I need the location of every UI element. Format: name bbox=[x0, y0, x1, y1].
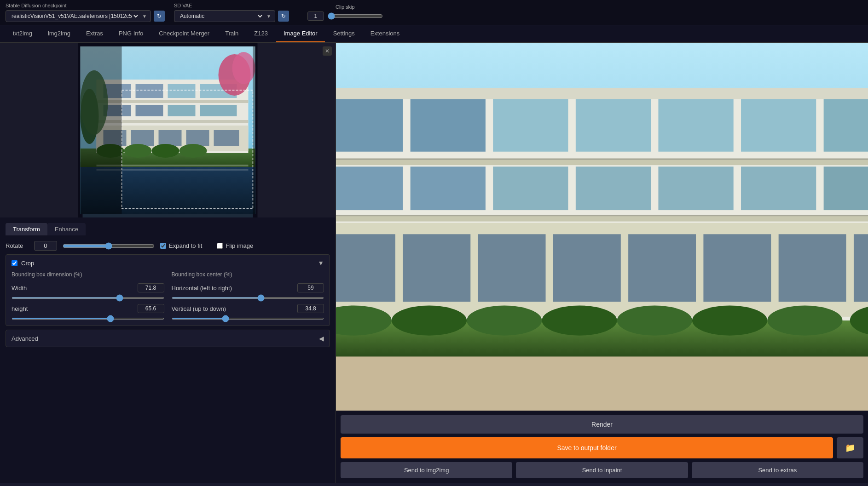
vae-select-wrapper[interactable]: Automatic ▼ bbox=[174, 10, 275, 22]
tab-txt2img[interactable]: txt2img bbox=[6, 25, 40, 42]
svg-rect-54 bbox=[824, 166, 868, 210]
height-label: height bbox=[12, 305, 28, 312]
svg-rect-14 bbox=[200, 105, 237, 116]
save-button[interactable]: Save to output folder bbox=[341, 437, 833, 458]
vertical-slider[interactable] bbox=[172, 318, 324, 320]
svg-point-29 bbox=[152, 144, 179, 158]
svg-rect-21 bbox=[186, 130, 209, 146]
height-slider[interactable] bbox=[12, 318, 164, 320]
crop-section: Crop ▼ Bounding box dimension (%) Width bbox=[6, 254, 330, 326]
tab-settings[interactable]: Settings bbox=[326, 25, 362, 42]
nav-tabs: txt2img img2img Extras PNG Info Checkpoi… bbox=[0, 25, 868, 43]
bounding-box-dimension-group: Bounding box dimension (%) Width bbox=[12, 271, 164, 321]
svg-rect-13 bbox=[168, 105, 196, 116]
svg-rect-20 bbox=[159, 130, 182, 146]
control-tabs: Transform Enhance bbox=[6, 223, 330, 235]
horizontal-slider[interactable] bbox=[172, 297, 324, 299]
tab-train[interactable]: Train bbox=[218, 25, 246, 42]
width-label: Width bbox=[12, 285, 27, 292]
svg-rect-43 bbox=[493, 99, 568, 151]
tab-z123[interactable]: Z123 bbox=[247, 25, 275, 42]
flip-image-checkbox[interactable] bbox=[217, 243, 223, 249]
close-icon: ✕ bbox=[325, 48, 330, 54]
svg-rect-59 bbox=[553, 234, 621, 302]
tab-extensions[interactable]: Extensions bbox=[363, 25, 407, 42]
svg-rect-38 bbox=[336, 88, 868, 99]
clip-skip-value[interactable] bbox=[307, 11, 324, 21]
action-buttons: Render Save to output folder 📁 Send to i… bbox=[336, 411, 868, 483]
checkpoint-refresh-btn[interactable]: ↻ bbox=[154, 11, 165, 22]
canvas-close-btn[interactable]: ✕ bbox=[323, 46, 332, 56]
svg-rect-52 bbox=[658, 166, 733, 210]
tab-img2img[interactable]: img2img bbox=[41, 25, 78, 42]
svg-rect-46 bbox=[741, 99, 816, 151]
crop-checkbox[interactable] bbox=[12, 260, 17, 266]
clip-skip-slider[interactable] bbox=[328, 12, 383, 20]
rotate-value[interactable] bbox=[34, 241, 57, 251]
crop-params: Bounding box dimension (%) Width bbox=[12, 271, 324, 321]
clip-skip-section: Clip skip bbox=[307, 4, 383, 21]
svg-rect-78 bbox=[336, 356, 868, 411]
vae-select[interactable]: Automatic bbox=[178, 12, 264, 20]
tab-transform[interactable]: Transform bbox=[6, 223, 47, 235]
horizontal-label: Horizontal (left to right) bbox=[172, 285, 232, 292]
advanced-section[interactable]: Advanced ◀ bbox=[6, 330, 330, 347]
output-image-canvas bbox=[336, 43, 868, 411]
flip-image-label[interactable]: Flip image bbox=[217, 242, 253, 249]
render-button[interactable]: Render bbox=[341, 415, 863, 434]
svg-rect-42 bbox=[411, 99, 486, 151]
rotate-slider[interactable] bbox=[63, 242, 155, 250]
svg-rect-40 bbox=[336, 216, 868, 222]
svg-point-24 bbox=[232, 52, 255, 84]
bounding-box-center-group: Bounding box center (%) Horizontal (left… bbox=[172, 271, 324, 321]
vertical-value[interactable] bbox=[297, 304, 324, 313]
svg-rect-53 bbox=[741, 166, 816, 210]
checkpoint-select-wrapper[interactable]: realisticVisionV51_v51VAE.safetensors [1… bbox=[6, 10, 151, 22]
send-img2img-button[interactable]: Send to img2img bbox=[341, 462, 512, 478]
tab-checkpointmerger[interactable]: Checkpoint Merger bbox=[151, 25, 217, 42]
svg-rect-50 bbox=[493, 166, 568, 210]
svg-point-76 bbox=[767, 305, 842, 335]
svg-rect-8 bbox=[136, 84, 163, 98]
clip-skip-label: Clip skip bbox=[336, 4, 355, 10]
horizontal-value[interactable] bbox=[297, 283, 324, 292]
svg-rect-57 bbox=[403, 234, 470, 302]
output-image-area: 🖼 Output image ⬇ bbox=[336, 43, 868, 411]
svg-rect-63 bbox=[854, 234, 868, 302]
svg-rect-56 bbox=[336, 234, 395, 302]
svg-rect-41 bbox=[336, 99, 403, 151]
tab-extras[interactable]: Extras bbox=[79, 25, 110, 42]
width-slider[interactable] bbox=[12, 297, 164, 299]
tab-imageeditor[interactable]: Image Editor bbox=[276, 25, 325, 42]
save-row: Save to output folder 📁 bbox=[341, 437, 863, 458]
expand-to-fit-label[interactable]: Expand to fit bbox=[160, 242, 202, 249]
height-value[interactable] bbox=[138, 304, 164, 313]
crop-chevron-icon[interactable]: ▼ bbox=[318, 259, 324, 267]
advanced-chevron-icon: ◀ bbox=[319, 335, 324, 342]
folder-button[interactable]: 📁 bbox=[837, 437, 863, 458]
tab-enhance[interactable]: Enhance bbox=[47, 223, 86, 235]
width-value[interactable] bbox=[138, 283, 164, 292]
rotate-label: Rotate bbox=[6, 242, 29, 249]
tab-pnginfo[interactable]: PNG Info bbox=[111, 25, 150, 42]
svg-point-28 bbox=[124, 144, 152, 158]
svg-rect-39 bbox=[336, 159, 868, 165]
vae-label: SD VAE bbox=[174, 3, 289, 8]
vertical-param: Vertical (up to down) bbox=[172, 304, 324, 321]
left-panel: ✕ Transform Enhance Rotate Expand to fit bbox=[0, 43, 336, 483]
svg-rect-60 bbox=[628, 234, 696, 302]
vae-refresh-btn[interactable]: ↻ bbox=[278, 11, 289, 22]
send-extras-button[interactable]: Send to extras bbox=[692, 462, 863, 478]
svg-point-73 bbox=[542, 305, 617, 335]
expand-to-fit-checkbox[interactable] bbox=[160, 243, 166, 249]
svg-rect-58 bbox=[478, 234, 546, 302]
checkpoint-section: Stable Diffusion checkpoint realisticVis… bbox=[6, 3, 165, 22]
svg-rect-44 bbox=[576, 99, 651, 151]
input-image-canvas bbox=[0, 43, 336, 217]
image-canvas-area[interactable]: ✕ bbox=[0, 43, 336, 217]
send-inpaint-button[interactable]: Send to inpaint bbox=[516, 462, 688, 478]
checkpoint-select[interactable]: realisticVisionV51_v51VAE.safetensors [1… bbox=[10, 12, 139, 20]
top-bar: Stable Diffusion checkpoint realisticVis… bbox=[0, 0, 868, 25]
horizontal-param: Horizontal (left to right) bbox=[172, 283, 324, 300]
svg-rect-9 bbox=[168, 84, 196, 98]
